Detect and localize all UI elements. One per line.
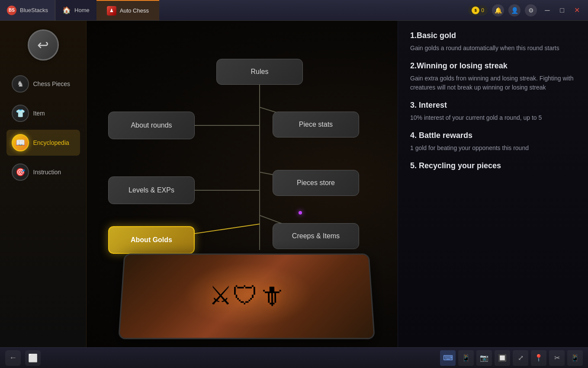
item-label: Item — [33, 110, 45, 117]
sidebar-item-chess-pieces[interactable]: ♞ Chess Pieces — [6, 71, 80, 97]
interest-title: 3. Interest — [410, 101, 576, 110]
info-section-basic-gold: 1.Basic gold Gain golds a round automati… — [410, 31, 576, 53]
node-rules-label: Rules — [251, 68, 269, 76]
minimize-button[interactable]: ─ — [541, 4, 553, 16]
coin-icon: $ — [472, 6, 479, 14]
sidebar-item-instruction[interactable]: 🎯 Instruction — [6, 159, 80, 185]
node-creeps-items[interactable]: Creeps & Items — [273, 223, 359, 249]
node-about-golds[interactable]: About Golds — [108, 226, 195, 254]
bluestacks-tab[interactable]: BS BlueStacks — [0, 0, 55, 20]
info-section-interest: 3. Interest 10% interest of your current… — [410, 101, 576, 122]
title-bar-left: BS BlueStacks 🏠 Home ♟ Auto Chess — [0, 0, 159, 20]
chess-pieces-icon: ♞ — [12, 75, 29, 93]
recycling-title: 5. Recycling your pieces — [410, 161, 576, 170]
node-piece-stats[interactable]: Piece stats — [273, 112, 359, 138]
node-creeps-label: Creeps & Items — [292, 232, 340, 240]
info-section-winning-losing: 2.Winning or losing streak Gain extra go… — [410, 61, 576, 92]
back-arrow-icon: ↩ — [37, 37, 49, 53]
basic-gold-text: Gain golds a round automatically when th… — [410, 44, 576, 53]
info-section-recycling: 5. Recycling your pieces — [410, 161, 576, 170]
main-content: ↩ ♞ Chess Pieces 👕 Item 📖 Encyclopedia 🎯… — [0, 21, 588, 347]
taskbar-right: ⌨ 📱 📷 🔲 ⤢ 📍 ✂ 📱 — [440, 350, 583, 366]
settings-icon[interactable]: ⚙ — [525, 4, 537, 16]
tablet-figures: ⚔🛡🗡 — [209, 281, 284, 310]
title-bar-right: $ 0 🔔 👤 ⚙ ─ □ ✕ — [468, 4, 588, 16]
home-tab[interactable]: 🏠 Home — [55, 0, 96, 20]
taskbar-expand-icon[interactable]: ⤢ — [513, 350, 528, 366]
node-levels-label: Levels & EXPs — [129, 186, 174, 194]
maximize-button[interactable]: □ — [556, 4, 568, 16]
home-label: Home — [74, 7, 90, 13]
basic-gold-title: 1.Basic gold — [410, 31, 576, 40]
winning-losing-text: Gain extra golds fron winning and losing… — [410, 74, 576, 92]
taskbar-mobile-icon[interactable]: 📱 — [567, 350, 583, 366]
game-tab[interactable]: ♟ Auto Chess — [96, 0, 159, 20]
node-about-golds-label: About Golds — [131, 236, 172, 244]
taskbar-left: ← ⬜ — [5, 350, 41, 366]
node-rules[interactable]: Rules — [216, 59, 303, 85]
encyclopedia-icon: 📖 — [12, 134, 29, 151]
close-button[interactable]: ✕ — [571, 4, 583, 16]
item-icon: 👕 — [12, 105, 29, 122]
glow-dot — [299, 211, 302, 214]
taskbar: ← ⬜ ⌨ 📱 📷 🔲 ⤢ 📍 ✂ 📱 — [0, 347, 588, 368]
taskbar-multiwindow-icon[interactable]: 🔲 — [495, 350, 510, 366]
instruction-icon: 🎯 — [12, 163, 29, 181]
game-tab-label: Auto Chess — [120, 7, 149, 14]
node-about-rounds-label: About rounds — [131, 122, 172, 129]
taskbar-gamepad-icon[interactable]: 📱 — [458, 350, 474, 366]
back-button[interactable]: ↩ — [28, 29, 59, 61]
taskbar-back-button[interactable]: ← — [5, 350, 21, 366]
bluestacks-label: BlueStacks — [20, 7, 48, 13]
node-pieces-store[interactable]: Pieces store — [273, 170, 359, 196]
right-panel: 1.Basic gold Gain golds a round automati… — [398, 21, 588, 347]
taskbar-camera-icon[interactable]: 📷 — [476, 350, 492, 366]
profile-icon[interactable]: 👤 — [508, 4, 521, 16]
winning-losing-title: 2.Winning or losing streak — [410, 61, 576, 70]
node-about-rounds[interactable]: About rounds — [108, 112, 195, 139]
home-icon: 🏠 — [62, 6, 71, 14]
node-pieces-store-label: Pieces store — [297, 179, 335, 187]
node-levels-exps[interactable]: Levels & EXPs — [108, 176, 195, 204]
interest-text: 10% interest of your current gold a roun… — [410, 113, 576, 122]
game-tab-icon: ♟ — [107, 6, 116, 16]
coin-count: 0 — [481, 7, 484, 13]
instruction-label: Instruction — [33, 169, 61, 176]
tablet-inner: ⚔🛡🗡 — [119, 255, 373, 338]
window-controls: ─ □ ✕ — [541, 4, 583, 16]
notification-icon[interactable]: 🔔 — [492, 4, 504, 16]
battle-rewards-text: 1 gold for beating your opponents this r… — [410, 144, 576, 153]
taskbar-cut-icon[interactable]: ✂ — [549, 350, 565, 366]
battle-rewards-title: 4. Battle rewards — [410, 131, 576, 140]
game-tablet: ⚔🛡🗡 — [118, 253, 375, 339]
sidebar: ↩ ♞ Chess Pieces 👕 Item 📖 Encyclopedia 🎯… — [0, 21, 87, 347]
bluestacks-icon: BS — [7, 6, 16, 15]
chess-pieces-label: Chess Pieces — [33, 80, 71, 87]
node-piece-stats-label: Piece stats — [299, 121, 333, 128]
sidebar-item-encyclopedia[interactable]: 📖 Encyclopedia — [6, 130, 80, 156]
encyclopedia-label: Encyclopedia — [33, 139, 69, 146]
coin-badge: $ 0 — [468, 5, 488, 16]
mindmap: Rules About rounds Levels & EXPs About G… — [87, 21, 389, 347]
title-bar: BS BlueStacks 🏠 Home ♟ Auto Chess $ 0 🔔 … — [0, 0, 588, 21]
game-area: Rules About rounds Levels & EXPs About G… — [87, 21, 588, 347]
taskbar-keyboard-icon[interactable]: ⌨ — [440, 350, 456, 366]
sidebar-item-item[interactable]: 👕 Item — [6, 100, 80, 126]
taskbar-location-icon[interactable]: 📍 — [531, 350, 546, 366]
info-section-battle-rewards: 4. Battle rewards 1 gold for beating you… — [410, 131, 576, 153]
taskbar-home-button[interactable]: ⬜ — [25, 350, 41, 366]
